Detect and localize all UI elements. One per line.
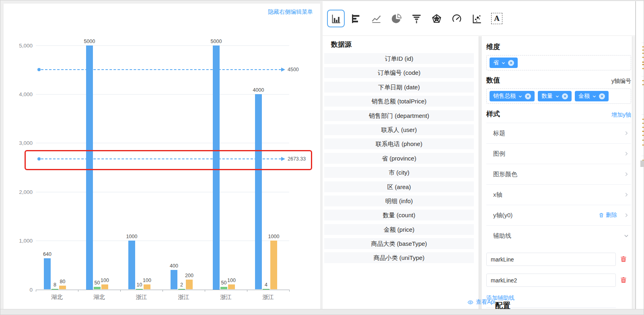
gauge-chart-icon[interactable] [448, 10, 465, 27]
pie-chart-icon[interactable] [387, 10, 405, 27]
value-tag[interactable]: 销售总额× [490, 91, 535, 101]
datasource-field[interactable]: 市 (city) [324, 167, 474, 178]
clipped-text-fragment [642, 131, 644, 132]
datasource-field[interactable]: 数量 (count) [324, 210, 474, 220]
view-api-link[interactable]: 查看Api [467, 299, 495, 306]
bar [136, 289, 143, 290]
markline-arrow [281, 68, 285, 72]
bar [270, 241, 277, 289]
bar [101, 284, 108, 289]
chevron-right-icon [623, 130, 629, 136]
chevron-right-icon [623, 171, 629, 177]
style-row-图形颜色[interactable]: 图形颜色 [486, 164, 631, 184]
remove-tag-icon[interactable]: × [599, 93, 605, 99]
tag-label: 金额 [578, 93, 590, 100]
bar-horizontal-chart-icon[interactable] [347, 10, 365, 27]
trash-icon [620, 276, 627, 284]
gridline [36, 94, 289, 95]
bar-value-label: 200 [177, 273, 202, 278]
datasource-field[interactable]: 订单ID (id) [324, 53, 474, 64]
app-root: 隐藏右侧编辑菜单 5,0004,0003,0002,0001,0000湖北湖北浙… [0, 0, 644, 315]
value-dropzone[interactable]: 销售总额×数量×金额× [486, 89, 631, 104]
delete-markline-button[interactable] [620, 255, 627, 263]
datasource-field[interactable]: 订单编号 (code) [324, 67, 474, 78]
datasource-field[interactable]: 金额 (price) [324, 224, 474, 235]
markline-list [486, 253, 631, 287]
markline-label: 4500 [288, 67, 299, 72]
y-tick-label: 0 [12, 286, 33, 292]
radar-chart-icon[interactable] [428, 10, 445, 27]
datasource-field[interactable]: 明细 (info) [324, 196, 474, 206]
dimension-dropzone[interactable]: 省× [486, 55, 631, 70]
clipped-text-fragment [642, 53, 644, 54]
bottom-bar [0, 309, 644, 315]
scatter-chart-icon[interactable] [468, 10, 486, 27]
delete-y-axis-link[interactable]: 删除 [599, 212, 617, 219]
datasource-field[interactable]: 下单日期 (date) [324, 82, 474, 93]
remove-tag-icon[interactable]: × [508, 60, 514, 66]
remove-tag-icon[interactable]: × [525, 93, 531, 99]
value-tag[interactable]: 数量× [538, 91, 572, 101]
y-tick-label: 4,000 [12, 91, 33, 97]
style-row-label: x轴 [486, 191, 502, 199]
style-row-辅助线[interactable]: 辅助线 [486, 225, 631, 246]
clipped-text-fragment [642, 119, 644, 120]
chart-panel: 隐藏右侧编辑菜单 5,0004,0003,0002,0001,0000湖北湖北浙… [4, 4, 320, 309]
bar-value-label: 100 [92, 278, 118, 283]
eye-icon [467, 299, 473, 305]
markline-name-input[interactable] [486, 253, 616, 266]
remove-tag-icon[interactable]: × [562, 93, 568, 99]
style-row-x轴[interactable]: x轴 [486, 184, 631, 205]
bar-chart: 5,0004,0003,0002,0001,0000湖北湖北浙江浙江浙江浙江64… [4, 4, 320, 309]
line-chart-icon[interactable] [367, 10, 385, 27]
x-axis-tick [289, 290, 290, 292]
trash-icon [599, 212, 604, 218]
x-category-label: 浙江 [247, 294, 289, 301]
x-category-label: 浙江 [120, 294, 163, 301]
y-tick-label: 2,000 [12, 189, 33, 195]
bar-chart-icon[interactable] [327, 10, 345, 27]
view-api-label: 查看Api [476, 299, 495, 306]
style-row-标题[interactable]: 标题 [486, 123, 631, 143]
datasource-field[interactable]: 商品小类 (uniType) [324, 252, 474, 263]
clipped-text-fragment [642, 57, 644, 58]
datasource-field[interactable]: 销售总额 (totalPrice) [324, 96, 474, 107]
markline-name-input[interactable] [486, 274, 616, 287]
datasource-field[interactable]: 商品大类 (baseType) [324, 238, 474, 249]
scrollbar-track[interactable] [632, 36, 635, 309]
bar [59, 286, 66, 290]
datasource-field[interactable]: 销售部门 (department) [324, 110, 474, 121]
tag-label: 数量 [541, 93, 553, 100]
tag-label: 省 [493, 59, 499, 66]
x-axis-tick [36, 290, 36, 292]
style-row-图例[interactable]: 图例 [486, 143, 631, 164]
bar [178, 289, 185, 290]
clipped-text-fragment [642, 123, 644, 124]
bar-value-label: 80 [50, 279, 76, 284]
text-element-icon[interactable]: A [488, 10, 506, 27]
clipped-text-fragment [642, 135, 644, 136]
datasource-field[interactable]: 联系人 (user) [324, 124, 474, 135]
dimension-tag[interactable]: 省× [490, 58, 518, 68]
x-axis-tick [205, 290, 205, 292]
gridline [36, 45, 289, 46]
chevron-down-icon [623, 233, 629, 239]
y-axis-number-label: y轴编号 [611, 78, 631, 85]
datasource-field[interactable]: 区 (area) [324, 181, 474, 192]
scrollbar-thumb[interactable] [640, 161, 644, 167]
delete-markline-button[interactable] [620, 276, 627, 284]
datasource-field[interactable]: 联系电话 (phone) [324, 138, 474, 149]
clipped-text-fragment [642, 80, 644, 81]
add-y-axis-link[interactable]: 增加y轴 [611, 111, 631, 119]
value-tag[interactable]: 金额× [575, 91, 609, 101]
bar-value-label: 400 [161, 263, 187, 269]
style-row-y轴(y0)[interactable]: y轴(y0)删除 [486, 205, 631, 225]
clipped-text-fragment [642, 46, 644, 47]
funnel-chart-icon[interactable] [407, 10, 425, 27]
divider [642, 114, 644, 115]
clipped-text-fragment [642, 127, 644, 128]
bar-value-label: 4000 [246, 87, 272, 93]
style-row-label: 图形颜色 [486, 171, 517, 178]
datasource-field[interactable]: 省 (province) [324, 153, 474, 164]
clipped-text-fragment [642, 68, 644, 69]
